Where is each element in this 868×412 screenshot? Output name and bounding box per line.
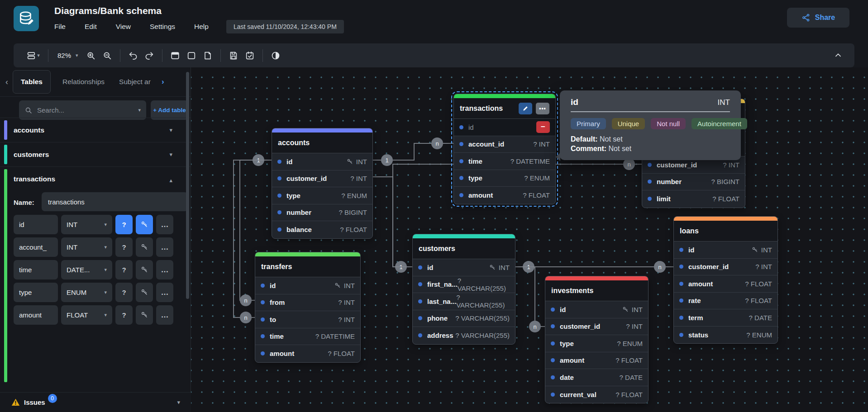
- field-row-id[interactable]: idINT: [413, 259, 515, 276]
- nullable-toggle-button[interactable]: ?: [115, 283, 133, 302]
- chevron-down-icon[interactable]: ▾: [169, 151, 172, 158]
- table-header[interactable]: transfers: [255, 256, 360, 277]
- field-row-status[interactable]: status? ENUM: [674, 327, 777, 344]
- add-note-button[interactable]: [200, 47, 216, 64]
- chevron-up-icon[interactable]: ▴: [169, 177, 172, 184]
- field-row-type[interactable]: type? ENUM: [272, 187, 372, 204]
- field-row-amount[interactable]: amount? FLOAT: [674, 275, 777, 293]
- add-table-button[interactable]: + Add table: [151, 100, 188, 120]
- chevron-down-icon[interactable]: ▾: [169, 127, 172, 133]
- field-row-to[interactable]: to? INT: [255, 311, 360, 328]
- search-input[interactable]: Search... ▾: [19, 100, 146, 120]
- add-area-button[interactable]: [183, 47, 200, 64]
- relationship-line[interactable]: [372, 177, 412, 267]
- tab-subject-ar[interactable]: Subject ar: [119, 78, 158, 86]
- field-type-select[interactable]: INT▾: [61, 215, 112, 234]
- field-row-customer_id[interactable]: customer_id? INT: [272, 170, 372, 188]
- diagram-canvas[interactable]: 1n1nn1n1nn accountsidINTcustomer_id? INT…: [191, 67, 868, 412]
- nullable-toggle-button[interactable]: ?: [115, 215, 133, 234]
- table-loans[interactable]: loansidINTcustomer_id? INTamount? FLOATr…: [673, 216, 778, 344]
- table-customers[interactable]: customersidINTfirst_na...? VARCHAR(255)l…: [412, 234, 515, 345]
- save-button[interactable]: [225, 47, 242, 64]
- field-type-select[interactable]: ENUM▾: [61, 283, 112, 302]
- field-row-number[interactable]: number? BIGINT: [272, 204, 372, 222]
- field-name-input[interactable]: amount: [14, 305, 58, 325]
- field-row-from[interactable]: from? INT: [255, 294, 360, 312]
- field-row-customer_id[interactable]: customer_id? INT: [545, 318, 648, 336]
- field-name-input[interactable]: account_: [14, 237, 58, 257]
- table-header[interactable]: customers: [413, 238, 515, 259]
- table-accounts[interactable]: accountsidINTcustomer_id? INTtype? ENUMn…: [272, 128, 373, 239]
- menu-item-file[interactable]: File: [54, 23, 66, 31]
- field-row-account_id[interactable]: account_id? INT: [454, 136, 555, 153]
- field-row-current_val[interactable]: current_val? FLOAT: [545, 386, 648, 403]
- table-header[interactable]: accounts: [272, 133, 372, 153]
- field-type-select[interactable]: INT▾: [61, 237, 112, 257]
- field-row-id[interactable]: idINT: [674, 242, 777, 259]
- nullable-toggle-button[interactable]: ?: [115, 305, 133, 325]
- field-row-type[interactable]: type? ENUM: [545, 335, 648, 352]
- field-row-id[interactable]: idINT: [545, 301, 648, 318]
- primary-key-toggle-button[interactable]: [136, 215, 153, 234]
- field-more-button[interactable]: …: [156, 283, 173, 302]
- tabs-forward-icon[interactable]: ›: [162, 77, 164, 86]
- field-more-button[interactable]: …: [156, 305, 173, 325]
- primary-key-toggle-button[interactable]: [136, 283, 153, 302]
- field-type-select[interactable]: DATE...▾: [61, 260, 112, 279]
- menu-item-edit[interactable]: Edit: [85, 23, 97, 31]
- table-header[interactable]: transactions•••: [454, 98, 555, 119]
- relationship-line[interactable]: [515, 267, 545, 327]
- theme-button[interactable]: [267, 47, 284, 64]
- field-row-date[interactable]: date? DATE: [545, 369, 648, 386]
- table-investments[interactable]: investmentsidINTcustomer_id? INTtype? EN…: [545, 276, 649, 403]
- field-name-input[interactable]: id: [14, 215, 58, 234]
- share-button[interactable]: Share: [787, 8, 849, 28]
- field-row-id[interactable]: idINT: [272, 153, 372, 170]
- table-transfers[interactable]: transfersidINTfrom? INTto? INTtime? DATE…: [255, 252, 361, 363]
- tabs-back-icon[interactable]: ‹: [5, 77, 8, 87]
- field-row-address[interactable]: address? VARCHAR(255): [413, 327, 515, 344]
- field-row-id[interactable]: idINT: [255, 277, 360, 294]
- nullable-toggle-button[interactable]: ?: [115, 237, 133, 257]
- table-name-input[interactable]: transactions: [42, 192, 188, 211]
- field-row-rate[interactable]: rate? FLOAT: [674, 293, 777, 310]
- field-row-id[interactable]: id−: [454, 119, 555, 136]
- table-header[interactable]: loans: [674, 221, 777, 242]
- field-row-customer_id[interactable]: customer_id? INT: [674, 259, 777, 276]
- zoom-level-select[interactable]: 82%▾: [53, 52, 83, 59]
- field-row-limit[interactable]: limit? FLOAT: [642, 190, 745, 208]
- tab-relationships[interactable]: Relationships: [62, 78, 105, 86]
- field-row-time[interactable]: time? DATETIME: [255, 328, 360, 346]
- zoom-out-button[interactable]: [99, 47, 115, 64]
- field-more-button[interactable]: …: [156, 237, 173, 257]
- field-row-amount[interactable]: amount? FLOAT: [454, 187, 555, 204]
- redo-button[interactable]: [141, 47, 157, 64]
- field-row-first_na[interactable]: first_na...? VARCHAR(255): [413, 276, 515, 294]
- field-row-type[interactable]: type? ENUM: [454, 170, 555, 187]
- field-row-amount[interactable]: amount? FLOAT: [545, 352, 648, 369]
- issues-chevron-icon[interactable]: ▾: [177, 399, 180, 406]
- zoom-in-button[interactable]: [83, 47, 99, 64]
- table-header[interactable]: investments: [545, 280, 648, 301]
- sidebar-table-customers[interactable]: customers▾: [0, 142, 191, 166]
- field-type-select[interactable]: FLOAT▾: [61, 305, 112, 325]
- field-row-time[interactable]: time? DATETIME: [454, 153, 555, 170]
- nullable-toggle-button[interactable]: ?: [115, 260, 133, 279]
- field-row-balance[interactable]: balance? FLOAT: [272, 221, 372, 238]
- sidebar-table-accounts[interactable]: accounts▾: [0, 118, 191, 142]
- field-row-term[interactable]: term? DATE: [674, 309, 777, 327]
- issues-bar[interactable]: Issues 0 ▾: [0, 392, 191, 412]
- menu-item-view[interactable]: View: [116, 23, 131, 31]
- primary-key-toggle-button[interactable]: [136, 260, 153, 279]
- field-more-button[interactable]: …: [156, 215, 173, 234]
- table-more-button[interactable]: •••: [536, 103, 549, 114]
- primary-key-toggle-button[interactable]: [136, 305, 153, 325]
- field-more-button[interactable]: …: [156, 260, 173, 279]
- delete-field-button[interactable]: −: [536, 121, 550, 133]
- diagram-select-button[interactable]: ▾: [23, 47, 43, 64]
- primary-key-toggle-button[interactable]: [136, 237, 153, 257]
- edit-table-button[interactable]: [519, 103, 532, 114]
- undo-button[interactable]: [125, 47, 141, 64]
- sidebar-table-label[interactable]: transactions: [14, 175, 55, 183]
- field-name-input[interactable]: time: [14, 260, 58, 279]
